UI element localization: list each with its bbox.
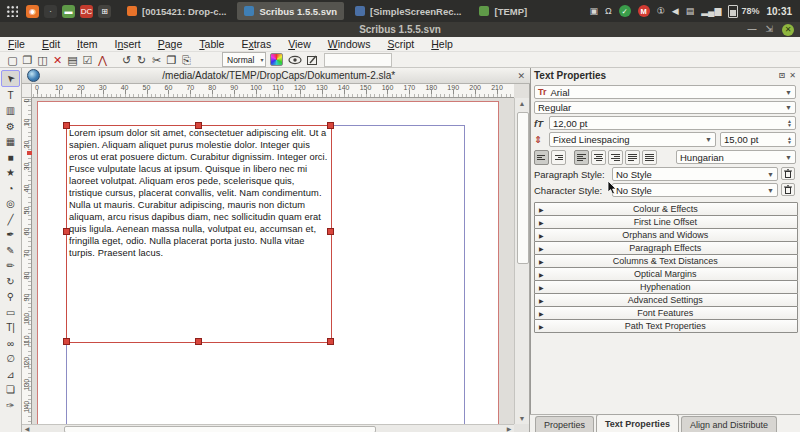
vertical-scroll-thumb[interactable]: [517, 112, 529, 264]
direction-rtl-button[interactable]: [551, 150, 566, 165]
scroll-down-icon[interactable]: ▼: [515, 415, 529, 422]
remove-paragraph-style-button[interactable]: [781, 167, 795, 180]
section-columns-text-distances[interactable]: ▶Columns & Text Distances: [534, 254, 798, 268]
edit-contents-tool[interactable]: ▭: [2, 305, 19, 320]
clipboard-icon[interactable]: ▤: [686, 7, 695, 16]
app-launcher-dc[interactable]: DC: [80, 5, 93, 18]
linespacing-mode-dropdown[interactable]: Fixed Linespacing▼: [549, 132, 716, 147]
applications-menu-icon[interactable]: [6, 5, 18, 17]
text-frame-content[interactable]: Lorem ipsum dolor sit amet, consectetuer…: [69, 127, 328, 259]
close-button[interactable]: ✕: [782, 24, 794, 36]
align-justify-button[interactable]: [625, 150, 640, 165]
vision-mode-dropdown[interactable]: Normal▾: [222, 52, 266, 67]
vertical-scrollbar[interactable]: ▲ ▼: [514, 98, 529, 424]
panel-float-icon[interactable]: ⊡: [779, 71, 786, 80]
edit-in-preview-icon[interactable]: [306, 54, 319, 66]
horizontal-scroll-thumb[interactable]: [64, 426, 376, 432]
panel-close-icon[interactable]: ✕: [789, 71, 796, 80]
scroll-left-icon[interactable]: ◀: [23, 425, 31, 432]
section-hyphenation[interactable]: ▶Hyphenation: [534, 280, 798, 294]
character-style-dropdown[interactable]: No Style▼: [612, 183, 778, 197]
section-optical-margins[interactable]: ▶Optical Margins: [534, 267, 798, 281]
undo-button[interactable]: ↺: [119, 53, 134, 67]
story-editor-tool[interactable]: T|: [2, 320, 19, 335]
vertical-ruler[interactable]: 0102030405060708090100110120130140: [22, 98, 32, 424]
font-size-spinbox[interactable]: 12,00 pt ▲▼: [549, 116, 796, 130]
menu-file[interactable]: File: [8, 38, 25, 50]
align-center-button[interactable]: [591, 150, 606, 165]
app-launcher-dark[interactable]: ·: [44, 5, 57, 18]
copy-item-properties-tool[interactable]: ❏: [2, 382, 19, 397]
direction-ltr-button[interactable]: [534, 150, 549, 165]
screen-recorder-icon[interactable]: ▣: [589, 7, 598, 16]
insert-text-frame-tool[interactable]: T: [2, 88, 19, 103]
menu-windows[interactable]: Windows: [328, 38, 371, 50]
taskbar-item[interactable]: [TEMP]: [472, 2, 534, 20]
frame-handle[interactable]: [63, 338, 70, 345]
rotate-item-tool[interactable]: ↻: [2, 274, 19, 289]
save-button[interactable]: ◫: [35, 53, 50, 67]
insert-shape-tool[interactable]: ■: [2, 150, 19, 165]
unlink-text-frames-tool[interactable]: ∅: [2, 351, 19, 366]
paste-button[interactable]: ⎘: [179, 53, 194, 67]
menu-item[interactable]: Item: [77, 38, 97, 50]
menu-insert[interactable]: Insert: [114, 38, 140, 50]
linespacing-value-spinbox[interactable]: 15,00 pt ▲▼: [720, 132, 796, 147]
horizontal-ruler[interactable]: 0102030405060708090100110120130140150160…: [32, 84, 514, 98]
scroll-right-icon[interactable]: ▶: [505, 425, 513, 432]
print-button[interactable]: ▤: [65, 53, 80, 67]
section-path-text-properties[interactable]: ▶Path Text Properties: [534, 319, 798, 333]
document-canvas[interactable]: Lorem ipsum dolor sit amet, consectetuer…: [32, 98, 514, 424]
app-launcher-folder[interactable]: ▬: [62, 5, 75, 18]
insert-render-frame-tool[interactable]: ⚙: [2, 119, 19, 134]
menu-help[interactable]: Help: [431, 38, 453, 50]
mattermost-icon[interactable]: M: [638, 5, 650, 17]
restore-button[interactable]: ⇲: [765, 25, 773, 34]
menu-script[interactable]: Script: [387, 38, 414, 50]
pdf-export-button[interactable]: ⋀: [95, 53, 110, 67]
menu-edit[interactable]: Edit: [42, 38, 60, 50]
notification-bell-icon[interactable]: Ω: [605, 7, 612, 16]
cut-button[interactable]: ✂: [149, 53, 164, 67]
font-style-dropdown[interactable]: Regular▼: [534, 101, 796, 114]
insert-polygon-tool[interactable]: ★: [2, 165, 19, 180]
language-dropdown[interactable]: Hungarian▼: [676, 150, 796, 164]
section-orphans-and-widows[interactable]: ▶Orphans and Widows: [534, 228, 798, 242]
toolbar-search-input[interactable]: [324, 53, 392, 67]
taskbar-item[interactable]: [SimpleScreenRec...: [348, 2, 468, 20]
frame-handle[interactable]: [63, 122, 70, 129]
frame-handle[interactable]: [195, 122, 202, 129]
menu-page[interactable]: Page: [158, 38, 183, 50]
document-titlebar[interactable]: /media/Adatok/TEMP/DropCaps/Dokumentum-2…: [22, 68, 530, 84]
insert-line-tool[interactable]: ╱: [2, 212, 19, 227]
menu-table[interactable]: Table: [199, 38, 224, 50]
measurements-tool[interactable]: ⊿: [2, 367, 19, 382]
indicator-count-icon[interactable]: ①: [657, 7, 665, 16]
insert-calligraphic-line-tool[interactable]: ✏: [2, 258, 19, 273]
insert-image-frame-tool[interactable]: ▥: [2, 103, 19, 118]
preflight-verifier-button[interactable]: ☑: [80, 53, 95, 67]
paragraph-style-dropdown[interactable]: No Style▼: [612, 167, 778, 181]
taskbar-item[interactable]: [0015421: Drop-c...: [120, 2, 233, 20]
insert-spiral-tool[interactable]: ◎: [2, 196, 19, 211]
horizontal-scrollbar[interactable]: ◀ ▶: [22, 424, 514, 432]
insert-table-tool[interactable]: ▦: [2, 134, 19, 149]
taskbar-item[interactable]: Scribus 1.5.5.svn: [237, 2, 344, 20]
scroll-up-icon[interactable]: ▲: [515, 100, 529, 107]
link-text-frames-tool[interactable]: ∞: [2, 336, 19, 351]
minimize-button[interactable]: —: [747, 25, 756, 34]
section-first-line-offset[interactable]: ▶First Line Offset: [534, 215, 798, 229]
remove-character-style-button[interactable]: [781, 183, 795, 196]
insert-arc-tool[interactable]: ◔: [2, 181, 19, 196]
section-colour-effects[interactable]: ▶Colour & Effects: [534, 202, 798, 216]
eye-dropper-tool[interactable]: ✑: [2, 398, 19, 413]
menu-extras[interactable]: Extras: [241, 38, 271, 50]
color-management-icon[interactable]: [270, 53, 283, 66]
network-signal-icon[interactable]: ▂▄▆: [701, 7, 721, 16]
insert-bezier-curve-tool[interactable]: ✒: [2, 227, 19, 242]
new-document-button[interactable]: ▢: [5, 53, 20, 67]
copy-button[interactable]: ❐: [164, 53, 179, 67]
preview-mode-eye-icon[interactable]: [288, 54, 302, 66]
zoom-tool[interactable]: ⚲: [2, 289, 19, 304]
volume-icon[interactable]: ◀: [672, 7, 679, 16]
